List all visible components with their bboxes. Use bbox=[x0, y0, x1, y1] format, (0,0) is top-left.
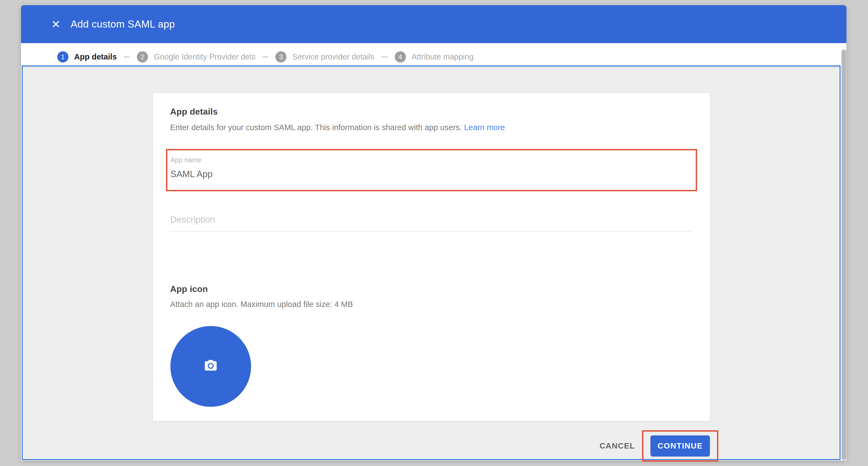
step-app-details[interactable]: 1 App details bbox=[57, 51, 117, 62]
dialog-header: ✕ Add custom SAML app bbox=[21, 5, 846, 43]
step-1-circle: 1 bbox=[57, 51, 68, 62]
app-name-input[interactable]: SAML App bbox=[170, 169, 213, 179]
app-icon-heading: App icon bbox=[170, 284, 208, 294]
dialog-footer: CANCEL CONTINUE bbox=[153, 432, 718, 460]
app-name-label: App name bbox=[170, 156, 202, 164]
step-separator bbox=[124, 56, 130, 57]
cancel-button[interactable]: CANCEL bbox=[593, 437, 642, 455]
step-1-label: App details bbox=[74, 52, 117, 61]
learn-more-link[interactable]: Learn more bbox=[464, 123, 505, 132]
scrollbar-thumb[interactable] bbox=[842, 50, 846, 460]
app-name-underline bbox=[171, 186, 692, 187]
step-separator bbox=[262, 56, 268, 57]
step-attribute-mapping[interactable]: 4 Attribute mapping bbox=[395, 51, 473, 62]
description-underline bbox=[170, 231, 693, 232]
step-google-idp-details[interactable]: 2 Google Identity Provider details bbox=[137, 51, 255, 62]
step-3-circle: 3 bbox=[275, 51, 286, 62]
continue-button[interactable]: CONTINUE bbox=[650, 435, 710, 457]
annotation-highlight-app-name: App name SAML App bbox=[166, 149, 697, 191]
description-placeholder: Description bbox=[170, 214, 215, 225]
dialog-title: Add custom SAML app bbox=[71, 19, 175, 30]
step-3-label: Service provider details bbox=[292, 52, 374, 61]
description-text: Enter details for your custom SAML app. … bbox=[170, 123, 464, 132]
step-service-provider-details[interactable]: 3 Service provider details bbox=[275, 51, 374, 62]
step-separator bbox=[382, 56, 388, 57]
screen: ✕ Add custom SAML app 1 App details 2 Go… bbox=[0, 0, 868, 466]
step-4-label: Attribute mapping bbox=[412, 52, 473, 61]
app-details-card: App details Enter details for your custo… bbox=[153, 93, 710, 421]
camera-icon bbox=[204, 359, 218, 374]
app-icon-upload-button[interactable] bbox=[170, 326, 251, 407]
app-details-description: Enter details for your custom SAML app. … bbox=[170, 123, 505, 132]
annotation-highlight-continue: CONTINUE bbox=[642, 430, 718, 462]
description-input[interactable]: Description bbox=[170, 214, 693, 232]
close-icon[interactable]: ✕ bbox=[50, 18, 62, 30]
step-2-label: Google Identity Provider details bbox=[154, 52, 255, 61]
step-2-circle: 2 bbox=[137, 51, 148, 62]
step-4-circle: 4 bbox=[395, 51, 406, 62]
app-details-heading: App details bbox=[170, 107, 218, 117]
app-icon-caption: Attach an app icon. Maximum upload file … bbox=[170, 300, 353, 309]
